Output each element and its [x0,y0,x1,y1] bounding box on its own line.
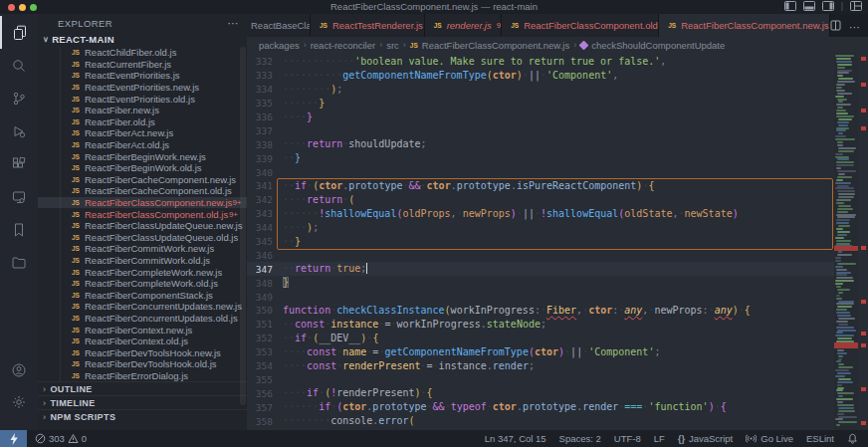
line-number[interactable]: 338 [247,139,283,150]
code-line-343[interactable]: 343······!shallowEqual(oldProps,·newProp… [247,207,834,221]
activity-extensions-button[interactable] [0,147,38,180]
tab-renderer.js[interactable]: JSrenderer.js9+ [425,14,503,37]
line-number[interactable]: 342 [247,194,283,205]
code-line-356[interactable]: 356····if·(!renderPresent)·{ [247,386,834,400]
code-line-358[interactable]: 358········console.error( [247,414,834,428]
line-number[interactable]: 354 [247,360,283,371]
file-tree-item[interactable]: JSReactFiberComponentStack.js [38,289,247,301]
status-go-live[interactable]: Go Live [746,433,793,444]
activity-run-and-debug-button[interactable] [0,114,38,147]
file-tree-item[interactable]: JSReactFiberConcurrentUpdates.new.js [38,301,247,313]
more-icon[interactable]: ⋯ [849,17,860,35]
line-number[interactable]: 343 [247,208,283,219]
activity-bookmarks-button[interactable] [0,213,38,246]
sidebar-section-outline[interactable]: ›OUTLINE [38,381,247,395]
explorer-more-actions-icon[interactable]: ⋯ [228,17,239,30]
line-number[interactable]: 348 [247,278,283,289]
status-eslint[interactable]: ESLint [806,433,834,444]
file-tree-item[interactable]: JSReactFiberDevToolsHook.old.js [38,358,247,370]
line-number[interactable]: 347 [247,264,283,275]
file-tree-item[interactable]: JSReactFiberCommitWork.new.js [38,243,247,255]
code-line-346[interactable]: 346 [247,248,834,262]
status-language-mode[interactable]: {}JavaScript [678,433,733,444]
file-tree-item[interactable]: JSReactFiberAct.old.js [38,139,247,151]
code-line-352[interactable]: 352··if·(__DEV__)·{ [247,332,834,345]
activity-explorer-button[interactable] [0,16,38,49]
code-line-353[interactable]: 353····const·name·=·getComponentNameFrom… [247,345,834,359]
line-number[interactable]: 344 [247,222,283,233]
file-tree-item[interactable]: JSReactFiberContext.new.js [38,324,247,335]
breadcrumb-item[interactable]: ReactFiberClassComponent.new.js [422,40,569,51]
toggle-secondary-sidebar-icon[interactable] [822,1,834,11]
code-line-357[interactable]: 357······if·(ctor.prototype·&&·typeof·ct… [247,400,834,414]
line-number[interactable]: 357 [247,402,283,413]
activity-search-button[interactable] [0,49,38,82]
tab-ReactFiberClassComponent.old.js[interactable]: JSReactFiberClassComponent.old.js9+ [502,14,659,37]
line-number[interactable]: 335 [247,98,283,109]
line-number[interactable]: 356 [247,388,283,399]
activity-source-control-button[interactable] [0,82,38,114]
file-tree-item[interactable]: JSReactFiberAct.new.js [38,127,247,139]
code-line-344[interactable]: 344····); [247,221,834,235]
tab-ReactBaseClasses.js[interactable]: ReactBaseClasses.js [247,14,311,37]
customize-layout-icon[interactable] [850,1,862,11]
code-line-350[interactable]: 350function·checkClassInstance(workInPro… [247,304,834,318]
status-encoding[interactable]: UTF-8 [614,433,641,444]
file-tree-item[interactable]: JSReactFiberBeginWork.old.js [38,162,247,174]
tab-ReactFiberClassComponent.new.js[interactable]: JSReactFiberClassComponent.new.js9+× [659,14,830,37]
line-number[interactable]: 337 [247,125,283,136]
breadcrumb-item[interactable]: src [386,40,399,51]
line-number[interactable]: 346 [247,250,283,261]
status-cursor-position[interactable]: Ln 347, Col 15 [485,433,546,444]
line-number[interactable]: 358 [247,416,283,427]
code-line-337[interactable]: 337 [247,123,834,137]
file-tree-item[interactable]: JSReactFiberContext.old.js [38,335,247,347]
file-tree-item[interactable]: JSReactFiberClassComponent.old.js9+ [38,208,247,220]
line-number[interactable]: 340 [247,167,283,178]
activity-accounts-button[interactable] [0,353,38,386]
status-indentation[interactable]: Spaces: 2 [559,433,601,444]
file-tree-item[interactable]: JSReactFiberCompleteWork.old.js [38,278,247,290]
code-line-354[interactable]: 354····const·renderPresent·=·instance.re… [247,359,834,373]
line-number[interactable]: 332 [247,56,283,67]
breadcrumb-item[interactable]: packages [259,40,300,51]
code-line-347[interactable]: 347··return·true; [247,262,834,276]
minimap[interactable] [834,53,858,430]
line-number[interactable]: 333 [247,70,283,81]
code-line-338[interactable]: 338····return·shouldUpdate; [247,137,834,151]
remote-indicator[interactable] [0,430,27,447]
line-number[interactable]: 349 [247,292,283,303]
status-eol[interactable]: LF [654,433,665,444]
activity-settings-button[interactable] [0,385,38,418]
breadcrumb-item[interactable]: checkShouldComponentUpdate [591,40,725,51]
line-number[interactable]: 355 [247,374,283,385]
code-line-351[interactable]: 351··const·instance·=·workInProgress.sta… [247,318,834,332]
line-number[interactable]: 339 [247,153,283,164]
file-tree-item[interactable]: JSReactFiberDevToolsHook.new.js [38,346,247,358]
code-line-348[interactable]: 348} [247,276,834,290]
file-tree-item[interactable]: JSReactEventPriorities.js [38,70,247,82]
code-editor[interactable]: 332············'boolean value. Make sure… [247,53,868,430]
file-tree-item[interactable]: JSReactFiberCommitWork.old.js [38,255,247,267]
toggle-primary-sidebar-icon[interactable] [784,1,796,11]
split-editor-icon[interactable] [830,20,841,31]
file-tree-item[interactable]: JSReactEventPriorities.new.js [38,82,247,94]
line-number[interactable]: 334 [247,84,283,95]
code-line-339[interactable]: 339··} [247,151,834,165]
file-tree-item[interactable]: JSReactCurrentFiber.js [38,59,247,71]
line-number[interactable]: 341 [247,180,283,191]
code-line-340[interactable]: 340 [247,165,834,179]
line-number[interactable]: 351 [247,319,283,330]
workspace-root-row[interactable]: ∨ REACT-MAIN [38,32,247,47]
code-line-334[interactable]: 334········); [247,83,834,97]
line-number[interactable]: 350 [247,305,283,316]
file-tree-item[interactable]: JSReactFiberBeginWork.new.js [38,150,247,162]
file-tree-item[interactable]: JSReactChildFiber.old.js [38,47,247,59]
code-line-335[interactable]: 335······} [247,97,834,111]
sidebar-section-timeline[interactable]: ›TIMELINE [38,395,247,409]
file-tree-item[interactable]: JSReactEventPriorities.old.js [38,93,247,105]
breadcrumb-item[interactable]: react-reconciler [311,40,375,51]
line-number[interactable]: 336 [247,112,283,122]
code-line-332[interactable]: 332············'boolean value. Make sure… [247,55,834,69]
file-tree-item[interactable]: JSReactFiber.new.js [38,105,247,116]
